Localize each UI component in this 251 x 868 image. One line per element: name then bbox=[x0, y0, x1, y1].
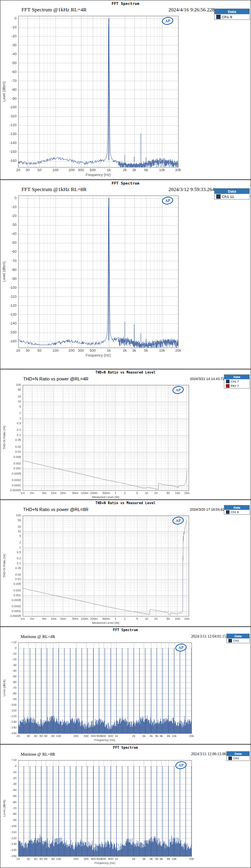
chart-plot-area: AP bbox=[0, 13, 251, 179]
legend-item[interactable]: Ch1 bbox=[227, 756, 249, 761]
chart-subtitle: Mutitone @ RL=8R bbox=[21, 752, 55, 756]
legend-item-label: Ch1 6 bbox=[231, 510, 239, 514]
plot-canvas bbox=[0, 758, 251, 868]
legend-header: Data bbox=[227, 634, 249, 638]
legend-item-label: Ch1 9 bbox=[222, 15, 232, 19]
chart-timestamp: 2024/3/12 9:59:33.264 bbox=[168, 187, 215, 193]
chart-subtitle-row: THD+N Ratio vs power @RL=4R 2024/3/21 14… bbox=[0, 375, 251, 382]
trace-color-swatch bbox=[226, 510, 230, 514]
legend-item[interactable]: Ch1 bbox=[227, 638, 249, 643]
chart-subtitle: THD+N Ratio vs power @RL=4R bbox=[23, 376, 89, 381]
trace-color-swatch bbox=[226, 384, 230, 388]
legend-header: Data bbox=[224, 375, 249, 379]
legend-item-label: PA7 7 bbox=[231, 384, 239, 388]
chart-top-title: FFT Spectrum bbox=[0, 0, 251, 6]
chart-timestamp: 2024/3/20 17:16:04.627 bbox=[190, 507, 226, 511]
chart-subtitle: THD+N Ratio vs power @RL=8R bbox=[23, 507, 89, 512]
chart-subtitle: Mutitone @ RL=4R bbox=[21, 634, 55, 639]
legend-item[interactable]: Ch1 6 bbox=[224, 510, 249, 514]
legend-header: Data bbox=[215, 189, 249, 194]
chart-subtitle-row: FFT Spectrum @1kHz RL=4R 2024/4/16 9:26:… bbox=[0, 6, 251, 13]
chart-timestamp: 2024/3/11 12:06:13.084 bbox=[191, 752, 228, 756]
legend-header: Data bbox=[224, 505, 249, 510]
legend-item-label: Ch1 7 bbox=[231, 380, 239, 383]
chart-panel: THD+N Ratio vs Measured Level THD+N Rati… bbox=[0, 369, 251, 500]
chart-subtitle: FFT Spectrum @1kHz RL=8R bbox=[21, 186, 87, 193]
legend-item[interactable]: Ch1 9 bbox=[215, 14, 249, 19]
chart-plot-area: AP bbox=[0, 193, 251, 369]
chart-timestamp: 2024/3/11 12:04:01.154 bbox=[191, 634, 228, 638]
legend: DataCh1 6 bbox=[224, 505, 250, 515]
trace-color-swatch bbox=[228, 639, 232, 642]
chart-subtitle-row: FFT Spectrum @1kHz RL=8R 2024/3/12 9:59:… bbox=[0, 186, 251, 193]
chart-top-title: THD+N Ratio vs Measured Level bbox=[0, 370, 251, 375]
legend-header: Data bbox=[227, 752, 249, 756]
chart-top-title: FFT Spectrum bbox=[0, 180, 251, 186]
chart-panel: FFT Spectrum FFT Spectrum @1kHz RL=8R 20… bbox=[0, 180, 251, 369]
chart-panel: FFT Spectrum FFT Spectrum @1kHz RL=4R 20… bbox=[0, 0, 251, 180]
trace-color-swatch bbox=[216, 15, 221, 19]
chart-top-title: THD+N Ratio vs Measured Level bbox=[0, 500, 251, 506]
plot-canvas bbox=[0, 640, 251, 744]
plot-canvas bbox=[0, 513, 251, 626]
legend: DataCh1 7PA7 7 bbox=[224, 374, 250, 389]
plot-canvas bbox=[0, 13, 251, 179]
chart-subtitle-row: THD+N Ratio vs power @RL=8R 2024/3/20 17… bbox=[0, 506, 251, 513]
trace-color-swatch bbox=[216, 194, 221, 199]
legend: DataCh1 11 bbox=[214, 188, 250, 200]
chart-subtitle-row: Mutitone @ RL=4R 2024/3/11 12:04:01.154 bbox=[0, 633, 251, 640]
chart-subtitle-row: Mutitone @ RL=8R 2024/3/11 12:06:13.084 bbox=[0, 750, 251, 758]
chart-subtitle: FFT Spectrum @1kHz RL=4R bbox=[21, 6, 87, 13]
chart-panel: FFT Spectrum Mutitone @ RL=4R 2024/3/11 … bbox=[0, 627, 251, 744]
plot-canvas bbox=[0, 382, 251, 499]
plot-canvas bbox=[0, 193, 251, 369]
legend-item-label: Ch1 bbox=[233, 639, 239, 642]
chart-timestamp: 2024/4/16 9:26:56.228 bbox=[168, 7, 215, 13]
chart-plot-area: AP bbox=[0, 640, 251, 744]
chart-panel: FFT Spectrum Mutitone @ RL=8R 2024/3/11 … bbox=[0, 744, 251, 868]
chart-timestamp: 2024/3/21 14:14:43.721 bbox=[190, 377, 226, 381]
chart-top-title: FFT Spectrum bbox=[0, 745, 251, 750]
chart-panel: THD+N Ratio vs Measured Level THD+N Rati… bbox=[0, 500, 251, 627]
trace-color-swatch bbox=[226, 380, 230, 383]
legend: DataCh1 bbox=[226, 751, 250, 761]
legend: DataCh1 9 bbox=[214, 9, 250, 20]
legend: DataCh1 bbox=[226, 634, 250, 643]
legend-item-label: Ch1 bbox=[233, 756, 239, 760]
legend-item[interactable]: Ch1 11 bbox=[215, 194, 249, 199]
legend-header: Data bbox=[215, 9, 249, 14]
chart-plot-area: AP bbox=[0, 382, 251, 499]
legend-item-label: Ch1 11 bbox=[222, 194, 234, 199]
legend-item[interactable]: Ch1 7 bbox=[224, 379, 249, 384]
chart-top-title: FFT Spectrum bbox=[0, 627, 251, 633]
chart-plot-area: AP bbox=[0, 758, 251, 868]
chart-plot-area: AP bbox=[0, 513, 251, 626]
trace-color-swatch bbox=[228, 756, 232, 760]
legend-item[interactable]: PA7 7 bbox=[224, 384, 249, 388]
